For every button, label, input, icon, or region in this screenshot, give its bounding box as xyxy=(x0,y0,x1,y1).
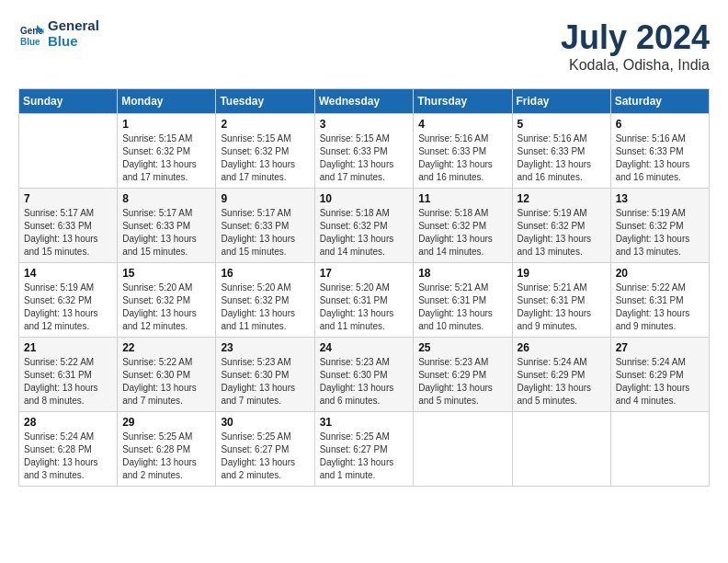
page-header: General Blue General Blue July 2024 Koda… xyxy=(18,18,710,74)
day-info: Sunrise: 5:20 AM Sunset: 6:32 PM Dayligh… xyxy=(221,282,309,333)
calendar-cell: 9Sunrise: 5:17 AM Sunset: 6:33 PM Daylig… xyxy=(216,189,314,263)
day-number: 25 xyxy=(418,341,506,354)
calendar-cell: 1Sunrise: 5:15 AM Sunset: 6:32 PM Daylig… xyxy=(118,114,216,189)
calendar-table: SundayMondayTuesdayWednesdayThursdayFrid… xyxy=(18,88,710,487)
day-info: Sunrise: 5:23 AM Sunset: 6:30 PM Dayligh… xyxy=(221,356,309,408)
calendar-cell xyxy=(19,114,118,189)
calendar-cell: 18Sunrise: 5:21 AM Sunset: 6:31 PM Dayli… xyxy=(414,263,512,338)
day-number: 3 xyxy=(320,118,409,131)
calendar-cell: 14Sunrise: 5:19 AM Sunset: 6:32 PM Dayli… xyxy=(19,263,118,338)
day-info: Sunrise: 5:16 AM Sunset: 6:33 PM Dayligh… xyxy=(418,132,506,184)
calendar-cell xyxy=(610,412,709,487)
header-friday: Friday xyxy=(512,89,610,114)
day-info: Sunrise: 5:16 AM Sunset: 6:33 PM Dayligh… xyxy=(518,132,606,184)
day-info: Sunrise: 5:21 AM Sunset: 6:31 PM Dayligh… xyxy=(518,282,606,333)
day-info: Sunrise: 5:18 AM Sunset: 6:32 PM Dayligh… xyxy=(320,207,409,259)
day-number: 20 xyxy=(616,267,704,280)
calendar-cell: 7Sunrise: 5:17 AM Sunset: 6:33 PM Daylig… xyxy=(19,189,118,263)
calendar-cell: 8Sunrise: 5:17 AM Sunset: 6:33 PM Daylig… xyxy=(118,189,216,263)
svg-text:Blue: Blue xyxy=(20,37,40,47)
day-number: 27 xyxy=(616,341,704,354)
day-info: Sunrise: 5:22 AM Sunset: 6:30 PM Dayligh… xyxy=(122,356,210,408)
calendar-cell: 24Sunrise: 5:23 AM Sunset: 6:30 PM Dayli… xyxy=(314,338,414,412)
calendar-cell: 27Sunrise: 5:24 AM Sunset: 6:29 PM Dayli… xyxy=(610,338,709,412)
calendar-cell: 16Sunrise: 5:20 AM Sunset: 6:32 PM Dayli… xyxy=(216,263,314,338)
calendar-cell: 5Sunrise: 5:16 AM Sunset: 6:33 PM Daylig… xyxy=(512,114,610,189)
location-subtitle: Kodala, Odisha, India xyxy=(561,57,710,74)
day-info: Sunrise: 5:18 AM Sunset: 6:32 PM Dayligh… xyxy=(418,207,506,259)
week-row-4: 21Sunrise: 5:22 AM Sunset: 6:31 PM Dayli… xyxy=(19,338,710,412)
day-number: 17 xyxy=(320,267,409,280)
day-number: 31 xyxy=(320,416,409,429)
header-wednesday: Wednesday xyxy=(314,89,414,114)
day-info: Sunrise: 5:25 AM Sunset: 6:28 PM Dayligh… xyxy=(122,431,210,482)
logo-icon: General Blue xyxy=(18,21,44,47)
calendar-cell: 23Sunrise: 5:23 AM Sunset: 6:30 PM Dayli… xyxy=(216,338,314,412)
calendar-cell xyxy=(512,412,610,487)
day-info: Sunrise: 5:22 AM Sunset: 6:31 PM Dayligh… xyxy=(616,282,704,333)
calendar-cell: 22Sunrise: 5:22 AM Sunset: 6:30 PM Dayli… xyxy=(118,338,216,412)
calendar-cell: 17Sunrise: 5:20 AM Sunset: 6:31 PM Dayli… xyxy=(314,263,414,338)
day-number: 1 xyxy=(122,118,210,131)
day-info: Sunrise: 5:23 AM Sunset: 6:30 PM Dayligh… xyxy=(320,356,409,408)
logo: General Blue General Blue xyxy=(18,18,99,49)
day-info: Sunrise: 5:22 AM Sunset: 6:31 PM Dayligh… xyxy=(24,356,112,408)
header-sunday: Sunday xyxy=(19,89,118,114)
day-info: Sunrise: 5:17 AM Sunset: 6:33 PM Dayligh… xyxy=(24,207,112,259)
day-info: Sunrise: 5:17 AM Sunset: 6:33 PM Dayligh… xyxy=(221,207,309,259)
header-thursday: Thursday xyxy=(414,89,512,114)
day-info: Sunrise: 5:21 AM Sunset: 6:31 PM Dayligh… xyxy=(418,282,506,333)
calendar-cell: 11Sunrise: 5:18 AM Sunset: 6:32 PM Dayli… xyxy=(414,189,512,263)
day-number: 18 xyxy=(418,267,506,280)
day-number: 21 xyxy=(24,341,112,354)
day-info: Sunrise: 5:24 AM Sunset: 6:29 PM Dayligh… xyxy=(518,356,606,408)
calendar-cell xyxy=(414,412,512,487)
day-info: Sunrise: 5:17 AM Sunset: 6:33 PM Dayligh… xyxy=(122,207,210,259)
calendar-cell: 6Sunrise: 5:16 AM Sunset: 6:33 PM Daylig… xyxy=(610,114,709,189)
day-info: Sunrise: 5:25 AM Sunset: 6:27 PM Dayligh… xyxy=(221,431,309,482)
day-number: 6 xyxy=(616,118,704,131)
day-number: 24 xyxy=(320,341,409,354)
day-number: 11 xyxy=(418,192,506,205)
day-number: 14 xyxy=(24,267,112,280)
logo-blue: Blue xyxy=(48,34,99,50)
day-number: 13 xyxy=(616,192,704,205)
day-number: 5 xyxy=(518,118,606,131)
day-number: 23 xyxy=(221,341,309,354)
day-info: Sunrise: 5:19 AM Sunset: 6:32 PM Dayligh… xyxy=(518,207,606,259)
day-number: 26 xyxy=(518,341,606,354)
week-row-2: 7Sunrise: 5:17 AM Sunset: 6:33 PM Daylig… xyxy=(19,189,710,263)
week-row-1: 1Sunrise: 5:15 AM Sunset: 6:32 PM Daylig… xyxy=(19,114,710,189)
day-number: 8 xyxy=(122,192,210,205)
day-info: Sunrise: 5:20 AM Sunset: 6:31 PM Dayligh… xyxy=(320,282,409,333)
day-info: Sunrise: 5:15 AM Sunset: 6:32 PM Dayligh… xyxy=(221,132,309,184)
calendar-cell: 29Sunrise: 5:25 AM Sunset: 6:28 PM Dayli… xyxy=(118,412,216,487)
day-number: 4 xyxy=(418,118,506,131)
calendar-cell: 20Sunrise: 5:22 AM Sunset: 6:31 PM Dayli… xyxy=(610,263,709,338)
calendar-cell: 4Sunrise: 5:16 AM Sunset: 6:33 PM Daylig… xyxy=(414,114,512,189)
day-number: 15 xyxy=(122,267,210,280)
calendar-cell: 15Sunrise: 5:20 AM Sunset: 6:32 PM Dayli… xyxy=(118,263,216,338)
day-number: 12 xyxy=(518,192,606,205)
calendar-cell: 21Sunrise: 5:22 AM Sunset: 6:31 PM Dayli… xyxy=(19,338,118,412)
calendar-cell: 31Sunrise: 5:25 AM Sunset: 6:27 PM Dayli… xyxy=(314,412,414,487)
calendar-cell: 30Sunrise: 5:25 AM Sunset: 6:27 PM Dayli… xyxy=(216,412,314,487)
logo-general: General xyxy=(48,18,99,34)
calendar-cell: 13Sunrise: 5:19 AM Sunset: 6:32 PM Dayli… xyxy=(610,189,709,263)
day-number: 2 xyxy=(221,118,309,131)
calendar-header-row: SundayMondayTuesdayWednesdayThursdayFrid… xyxy=(19,89,710,114)
header-saturday: Saturday xyxy=(610,89,709,114)
day-number: 29 xyxy=(122,416,210,429)
calendar-cell: 26Sunrise: 5:24 AM Sunset: 6:29 PM Dayli… xyxy=(512,338,610,412)
day-number: 7 xyxy=(24,192,112,205)
calendar-cell: 28Sunrise: 5:24 AM Sunset: 6:28 PM Dayli… xyxy=(19,412,118,487)
day-number: 19 xyxy=(518,267,606,280)
day-info: Sunrise: 5:15 AM Sunset: 6:33 PM Dayligh… xyxy=(320,132,409,184)
header-monday: Monday xyxy=(118,89,216,114)
day-number: 28 xyxy=(24,416,112,429)
day-number: 16 xyxy=(221,267,309,280)
calendar-cell: 3Sunrise: 5:15 AM Sunset: 6:33 PM Daylig… xyxy=(314,114,414,189)
month-year-title: July 2024 xyxy=(561,18,710,57)
day-info: Sunrise: 5:19 AM Sunset: 6:32 PM Dayligh… xyxy=(616,207,704,259)
calendar-cell: 25Sunrise: 5:23 AM Sunset: 6:29 PM Dayli… xyxy=(414,338,512,412)
